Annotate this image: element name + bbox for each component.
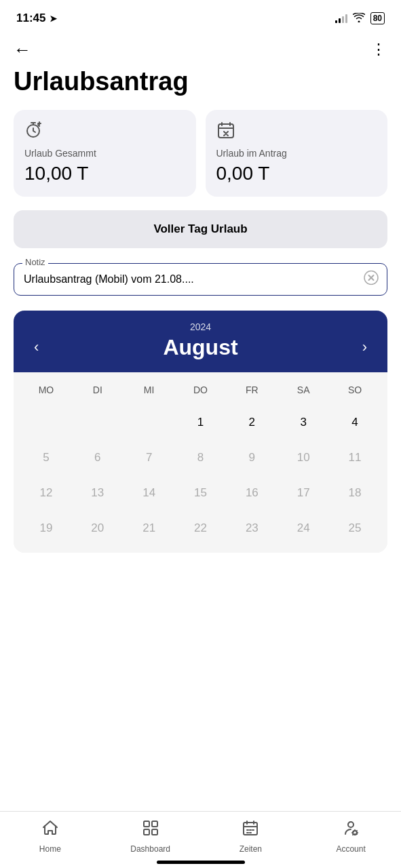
cal-cell-2[interactable]: 2: [226, 405, 278, 440]
nav-dashboard[interactable]: Dashboard: [127, 819, 174, 854]
cal-cell-12[interactable]: 12: [20, 475, 72, 511]
cal-cell-25[interactable]: 25: [329, 511, 381, 546]
grid-icon: [142, 819, 159, 842]
cal-week-2: 5 6 7 8 9 10 11: [20, 440, 381, 475]
cal-cell-11[interactable]: 11: [329, 440, 381, 475]
stat-card-gesammt: Urlaub Gesammt 10,00 T: [14, 110, 196, 197]
stat-label-antrag: Urlaub im Antrag: [216, 148, 377, 159]
cal-cell-14[interactable]: 14: [123, 475, 175, 511]
cal-cell-13[interactable]: 13: [72, 475, 123, 511]
calendar-prev-button[interactable]: ‹: [27, 338, 45, 356]
svg-point-9: [348, 822, 354, 827]
location-icon: ➤: [50, 14, 57, 24]
cal-cell-18[interactable]: 18: [329, 475, 381, 511]
stats-row: Urlaub Gesammt 10,00 T Urlaub im Antrag …: [0, 110, 401, 210]
cal-cell[interactable]: [123, 405, 175, 440]
home-indicator: [157, 861, 245, 864]
cal-cell-5[interactable]: 5: [20, 440, 72, 475]
cal-week-1: 1 2 3 4: [20, 405, 381, 440]
calendar-year: 2024: [27, 321, 374, 332]
back-button[interactable]: ←: [14, 41, 31, 58]
signal-icon: [335, 14, 347, 23]
nav-account-label: Account: [336, 844, 365, 854]
wifi-icon: [353, 13, 365, 24]
notiz-field: Notiz Urlaubsantrag (Mobil) vom 21.08...…: [14, 263, 387, 296]
calendar-grid: MO DI MI DO FR SA SO 1 2 3 4 5 6 7: [14, 372, 387, 553]
notiz-clear-button[interactable]: [364, 270, 379, 288]
cal-cell-21[interactable]: 21: [123, 511, 175, 546]
more-button[interactable]: ⋮: [371, 42, 387, 57]
svg-rect-4: [144, 821, 149, 827]
day-sa: SA: [278, 379, 329, 401]
bottom-nav: Home Dashboard Zeiten: [0, 811, 401, 868]
cal-cell[interactable]: [72, 405, 123, 440]
cal-cell-20[interactable]: 20: [72, 511, 123, 546]
cal-cell-19[interactable]: 19: [20, 511, 72, 546]
stat-label-gesammt: Urlaub Gesammt: [24, 148, 185, 159]
cal-cell-15[interactable]: 15: [175, 475, 227, 511]
cal-cell-7[interactable]: 7: [123, 440, 175, 475]
cal-cell-9[interactable]: 9: [226, 440, 278, 475]
cal-cell-23[interactable]: 23: [226, 511, 278, 546]
svg-rect-7: [152, 829, 157, 835]
status-icons: 80: [335, 12, 385, 24]
nav-home[interactable]: Home: [26, 819, 74, 854]
cal-cell-3[interactable]: 3: [278, 405, 329, 440]
calendar-icon: [242, 819, 259, 842]
cal-cell-17[interactable]: 17: [278, 475, 329, 511]
nav-account[interactable]: Account: [327, 819, 375, 854]
timer-plus-icon: [24, 121, 185, 144]
stat-value-antrag: 0,00 T: [216, 163, 377, 184]
svg-rect-6: [144, 829, 149, 835]
status-time: 11:45 ➤: [16, 12, 57, 25]
cal-cell-8[interactable]: 8: [175, 440, 227, 475]
notiz-label: Notiz: [22, 257, 48, 267]
voller-tag-button[interactable]: Voller Tag Urlaub: [14, 210, 387, 248]
svg-rect-2: [218, 124, 233, 138]
cal-cell[interactable]: [20, 405, 72, 440]
page-title: Urlaubsantrag: [0, 62, 401, 110]
calendar-weeks: 1 2 3 4 5 6 7 8 9 10 11 12 13 14 15 16: [20, 405, 381, 546]
calendar-x-icon: [216, 121, 377, 144]
calendar-month: August: [163, 335, 237, 360]
cal-cell-10[interactable]: 10: [278, 440, 329, 475]
cal-cell-22[interactable]: 22: [175, 511, 227, 546]
person-gear-icon: [342, 819, 360, 842]
cal-cell-4[interactable]: 4: [329, 405, 381, 440]
notiz-input[interactable]: Urlaubsantrag (Mobil) vom 21.08....: [24, 273, 357, 285]
svg-rect-5: [152, 821, 157, 827]
calendar-next-button[interactable]: ›: [356, 338, 374, 356]
nav-zeiten-label: Zeiten: [240, 844, 262, 854]
day-so: SO: [329, 379, 381, 401]
day-do: DO: [175, 379, 227, 401]
cal-cell-24[interactable]: 24: [278, 511, 329, 546]
house-icon: [41, 819, 59, 842]
calendar-day-names: MO DI MI DO FR SA SO: [20, 379, 381, 401]
cal-cell-1[interactable]: 1: [175, 405, 227, 440]
calendar: 2024 ‹ August › MO DI MI DO FR SA SO 1 2…: [14, 311, 387, 553]
nav-zeiten[interactable]: Zeiten: [227, 819, 274, 854]
calendar-header: 2024 ‹ August ›: [14, 311, 387, 372]
nav-home-label: Home: [39, 844, 61, 854]
cal-week-4: 19 20 21 22 23 24 25: [20, 511, 381, 546]
cal-cell-16[interactable]: 16: [226, 475, 278, 511]
status-bar: 11:45 ➤ 80: [0, 0, 401, 34]
day-mi: MI: [123, 379, 175, 401]
day-di: DI: [72, 379, 123, 401]
stat-value-gesammt: 10,00 T: [24, 163, 185, 184]
day-mo: MO: [20, 379, 72, 401]
cal-week-3: 12 13 14 15 16 17 18: [20, 475, 381, 511]
day-fr: FR: [226, 379, 278, 401]
cal-cell-6[interactable]: 6: [72, 440, 123, 475]
stat-card-antrag: Urlaub im Antrag 0,00 T: [206, 110, 388, 197]
header: ← ⋮: [0, 34, 401, 62]
battery-icon: 80: [370, 12, 385, 24]
nav-dashboard-label: Dashboard: [130, 844, 170, 854]
